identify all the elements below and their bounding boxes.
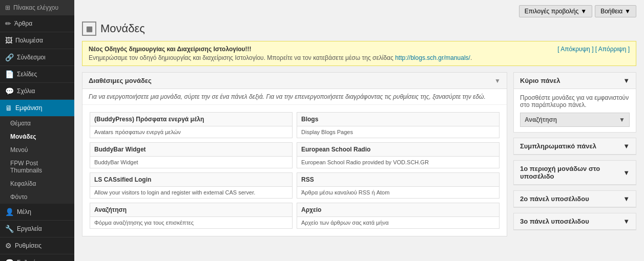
sidebar-sub-menus[interactable]: Μενού [0, 143, 74, 157]
footer2-panel-header[interactable]: 2ο πάνελ υποσέλιδου ▼ [514, 191, 636, 207]
sidebar-item-label: Εμφάνιση [15, 104, 42, 112]
sidebar-sub-widgets[interactable]: Μονάδες [0, 130, 74, 143]
chevron-down-icon: ▼ [580, 8, 587, 15]
widget-title[interactable]: LS CASsified Login [90, 173, 292, 187]
sidebar-item-discussions[interactable]: 💬 Συζητήσεις [0, 254, 74, 261]
notice-link[interactable]: http://blogs.sch.gr/manuals/ [395, 54, 470, 61]
footer1-panel-arrow: ▼ [623, 169, 630, 177]
sidebar: ⊞ Πίνακας ελέγχου ✏ Άρθρα 🖼 Πολυμέσα 🔗 Σ… [0, 0, 74, 261]
links-icon: 🔗 [5, 53, 14, 61]
members-icon: 👤 [5, 208, 14, 216]
footer3-panel-header[interactable]: 3ο πάνελ υποσέλιδου ▼ [514, 213, 636, 230]
main-panel-arrow: ▼ [623, 77, 630, 84]
widget-ls-cassified[interactable]: LS CASsified Login Allow your visitors t… [90, 172, 293, 199]
widgets-panel: Διαθέσιμες μονάδες ▼ Για να ενεργοποιήσε… [82, 72, 507, 236]
widget-desc: Άρθρα μέσω καναλιού RSS ή Atom [297, 187, 499, 198]
footer1-panel-title: 1ο περιοχή μονάδων στο υποσέλιδο [520, 165, 623, 180]
footer2-panel-section: 2ο πάνελ υποσέλιδου ▼ [513, 190, 636, 208]
sidebar-sub-font[interactable]: Φόντο [0, 190, 74, 204]
appearance-icon: 🖥 [5, 104, 12, 112]
sidebar-item-label: Άρθρα [14, 20, 32, 27]
widgets-panel-title: Διαθέσιμες μονάδες [89, 77, 152, 84]
page-title-row: ▦ Μονάδες [82, 21, 636, 36]
sidebar-item-tools[interactable]: 🔧 Εργαλεία [0, 221, 74, 237]
sidebar-sub: Θέματα Μονάδες Μενού FPW Post Thumbnails… [0, 117, 74, 204]
widget-title[interactable]: European School Radio [297, 143, 499, 157]
sidebar-item-label: Σχόλια [17, 88, 35, 95]
dashboard-icon: ⊞ [5, 4, 10, 11]
widget-desc: Avatars πρόσφατων ενεργά μελών [90, 126, 292, 138]
sidebar-item-appearance[interactable]: 🖥 Εμφάνιση [0, 100, 74, 117]
sidebar-item-articles[interactable]: ✏ Άρθρα [0, 15, 74, 32]
sidebar-header-label: Πίνακας ελέγχου [13, 4, 58, 11]
widget-search[interactable]: Αναζήτηση Φόρμα αναζήτησης για τους επισ… [90, 203, 293, 229]
footer3-panel-section: 3ο πάνελ υποσέλιδου ▼ [513, 213, 636, 230]
tools-icon: 🔧 [5, 225, 14, 233]
widgets-grid: (BuddyPress) Πρόσφατα ενεργά μέλη Avatar… [82, 105, 507, 236]
widget-title[interactable]: RSS [297, 173, 499, 187]
sidebar-item-media[interactable]: 🖼 Πολυμέσα [0, 32, 74, 49]
supplementary-panel-section: Συμπληρωματικό πάνελ ▼ [513, 138, 636, 155]
widget-desc: Display Blogs Pages [297, 126, 499, 138]
chevron-down-icon: ▼ [619, 116, 625, 123]
widget-title[interactable]: Blogs [297, 113, 499, 126]
footer3-panel-arrow: ▼ [623, 217, 630, 225]
sidebar-item-links[interactable]: 🔗 Σύνδεσμοι [0, 49, 74, 66]
widget-title[interactable]: Αρχείο [297, 203, 499, 217]
widget-desc: Αρχείο των άρθρων σας κατά μήνα [297, 217, 499, 228]
sidebar-item-label: Σελίδες [17, 71, 37, 78]
widget-archive[interactable]: Αρχείο Αρχείο των άρθρων σας κατά μήνα [297, 203, 500, 229]
footer2-panel-arrow: ▼ [623, 195, 630, 203]
widget-buddypress-recent[interactable]: (BuddyPress) Πρόσφατα ενεργά μέλη Avatar… [90, 112, 293, 138]
comments-icon: 💬 [5, 87, 14, 95]
widget-rss[interactable]: RSS Άρθρα μέσω καναλιού RSS ή Atom [297, 172, 500, 199]
widget-title[interactable]: (BuddyPress) Πρόσφατα ενεργά μέλη [90, 113, 292, 126]
main-panel-header[interactable]: Κύριο πάνελ ▼ [514, 73, 636, 89]
main-panel-body: Προσθέστε μονάδες για να εμφανιστούν στο… [514, 89, 636, 132]
notice-reject-link[interactable]: Απόρριψη [598, 46, 627, 53]
content-row: Διαθέσιμες μονάδες ▼ Για να ενεργοποιήσε… [82, 72, 636, 236]
footer1-panel-header[interactable]: 1ο περιοχή μονάδων στο υποσέλιδο ▼ [514, 161, 636, 185]
widget-desc: Allow your visitors to login and registe… [90, 187, 292, 198]
sidebar-item-label: Εργαλεία [17, 225, 42, 232]
supplementary-panel-arrow: ▼ [623, 142, 630, 150]
supplementary-panel-header[interactable]: Συμπληρωματικό πάνελ ▼ [514, 138, 636, 155]
widgets-panel-header[interactable]: Διαθέσιμες μονάδες ▼ [82, 73, 507, 89]
sidebar-item-label: Μέλη [17, 208, 31, 215]
widgets-panel-arrow: ▼ [494, 77, 501, 84]
sidebar-item-settings[interactable]: ⚙ Ρυθμίσεις [0, 237, 74, 254]
widget-buddybar[interactable]: BuddyBar Widget BuddyBar Widget [90, 142, 293, 168]
widget-blogs[interactable]: Blogs Display Blogs Pages [297, 112, 500, 138]
widget-desc: European School Radio provided by VOD.SC… [297, 157, 499, 168]
page-icon: ▦ [82, 21, 96, 36]
widget-title[interactable]: Αναζήτηση [90, 203, 292, 217]
notice-dismiss-link[interactable]: Απόκρυψη [560, 46, 590, 53]
sidebar-header[interactable]: ⊞ Πίνακας ελέγχου [0, 0, 74, 15]
sidebar-item-members[interactable]: 👤 Μέλη [0, 204, 74, 221]
sidebar-item-label: Σύνδεσμοι [17, 54, 46, 61]
media-icon: 🖼 [5, 36, 12, 45]
help-button[interactable]: Βοήθεια ▼ [595, 5, 636, 17]
sidebar-item-pages[interactable]: 📄 Σελίδες [0, 66, 74, 83]
view-options-button[interactable]: Επιλογές προβολής ▼ [519, 5, 592, 17]
sidebar-sub-header[interactable]: Κεφαλίδα [0, 177, 74, 190]
footer2-panel-title: 2ο πάνελ υποσέλιδου [520, 195, 589, 203]
sidebar-sub-themes[interactable]: Θέματα [0, 117, 74, 130]
notice-body: Ενημερώσαμε τον οδηγό δημιουργίας και δι… [89, 54, 630, 61]
widget-european-school-radio[interactable]: European School Radio European School Ra… [297, 142, 500, 168]
sidebar-item-label: Ρυθμίσεις [15, 242, 41, 249]
settings-icon: ⚙ [5, 242, 12, 250]
discussions-icon: 💬 [5, 258, 14, 261]
sidebar-item-label: Συζητήσεις [17, 259, 47, 261]
widget-title[interactable]: BuddyBar Widget [90, 143, 292, 157]
pages-icon: 📄 [5, 70, 14, 78]
widget-desc: BuddyBar Widget [90, 157, 292, 168]
page-title: Μονάδες [100, 22, 145, 35]
search-widget-box[interactable]: Αναζήτηση ▼ [520, 113, 630, 127]
notice-links: [ Απόκρυψη ] [ Απόρριψη ] [557, 46, 630, 53]
sidebar-sub-fpw[interactable]: FPW Post Thumbnails [0, 157, 74, 177]
notice-box: Νέος Οδηγός δημιουργίας και Διαχείρισης … [82, 41, 636, 66]
sidebar-item-comments[interactable]: 💬 Σχόλια [0, 83, 74, 100]
notice-title: Νέος Οδηγός δημιουργίας και Διαχείρισης … [89, 46, 252, 53]
main-panel-section: Κύριο πάνελ ▼ Προσθέστε μονάδες για να ε… [513, 72, 636, 133]
